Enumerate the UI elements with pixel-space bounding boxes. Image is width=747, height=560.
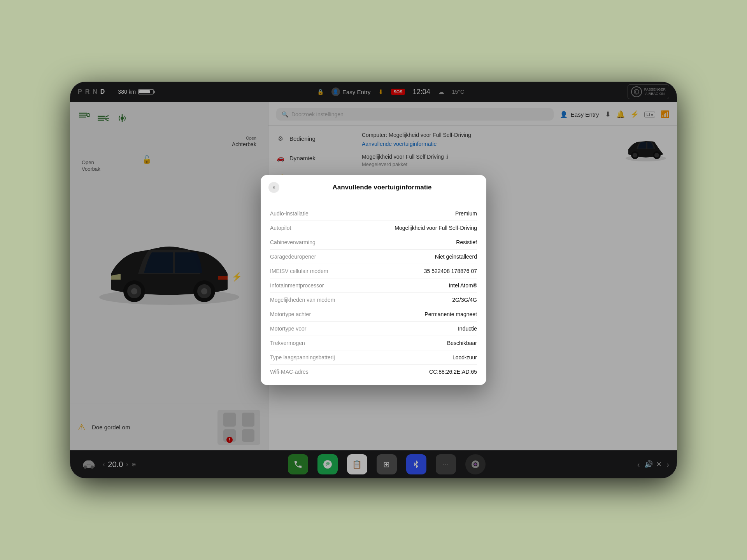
info-label: Motortype voor — [270, 326, 377, 332]
modal-title: Aanvullende voertuiginformatie — [286, 184, 479, 191]
info-row: Infotainmentprocessor Intel Atom® — [270, 278, 477, 293]
info-row: Type laagspanningsbatterij Lood-zuur — [270, 350, 477, 365]
info-row: Trekvermogen Beschikbaar — [270, 336, 477, 350]
info-label: Autopilot — [270, 225, 377, 231]
info-label: Audio-installatie — [270, 210, 377, 217]
info-row: Motortype achter Permanente magneet — [270, 307, 477, 322]
info-row: Cabineverwarming Resistief — [270, 235, 477, 250]
info-label: Type laagspanningsbatterij — [270, 354, 377, 360]
info-row: Mogelijkheden van modem 2G/3G/4G — [270, 293, 477, 307]
info-row: Wifi-MAC-adres CC:88:26:2E:AD:65 — [270, 365, 477, 379]
info-label: Cabineverwarming — [270, 239, 377, 245]
info-value: Permanente magneet — [377, 311, 477, 317]
info-label: Trekvermogen — [270, 340, 377, 346]
info-value: Inductie — [377, 326, 477, 332]
info-value: 2G/3G/4G — [377, 297, 477, 303]
info-row: Motortype voor Inductie — [270, 322, 477, 336]
info-label: Wifi-MAC-adres — [270, 369, 377, 375]
info-value: Intel Atom® — [377, 282, 477, 289]
info-value: 35 522408 178876 07 — [377, 268, 477, 274]
info-value: Premium — [377, 210, 477, 217]
info-row: IMEISV cellulair modem 35 522408 178876 … — [270, 264, 477, 278]
info-label: IMEISV cellulair modem — [270, 268, 377, 274]
modal-dialog: × Aanvullende voertuiginformatie Audio-i… — [261, 175, 486, 385]
info-value: Resistief — [377, 239, 477, 245]
modal-rows: Audio-installatie Premium Autopilot Moge… — [270, 206, 477, 379]
info-value: Lood-zuur — [377, 354, 477, 360]
info-label: Infotainmentprocessor — [270, 282, 377, 289]
info-label: Garagedeuropener — [270, 254, 377, 260]
info-label: Motortype achter — [270, 311, 377, 317]
info-row: Audio-installatie Premium — [270, 206, 477, 221]
info-label: Mogelijkheden van modem — [270, 297, 377, 303]
info-value: Niet geinstalleerd — [377, 254, 477, 260]
info-row: Garagedeuropener Niet geinstalleerd — [270, 250, 477, 264]
info-row: Autopilot Mogelijkheid voor Full Self-Dr… — [270, 221, 477, 235]
modal-body: Audio-installatie Premium Autopilot Moge… — [261, 200, 486, 385]
modal-overlay: × Aanvullende voertuiginformatie Audio-i… — [70, 82, 677, 478]
modal-header: × Aanvullende voertuiginformatie — [261, 175, 486, 200]
modal-close-button[interactable]: × — [268, 182, 279, 193]
info-value: Beschikbaar — [377, 340, 477, 346]
info-value: Mogelijkheid voor Full Self-Driving — [377, 225, 477, 231]
screen-inner: P R N D 380 km 🔒 👤 Easy Entry ⬇ SOS 1 — [70, 82, 677, 478]
info-value: CC:88:26:2E:AD:65 — [377, 369, 477, 375]
tesla-screen: P R N D 380 km 🔒 👤 Easy Entry ⬇ SOS 1 — [70, 82, 677, 478]
